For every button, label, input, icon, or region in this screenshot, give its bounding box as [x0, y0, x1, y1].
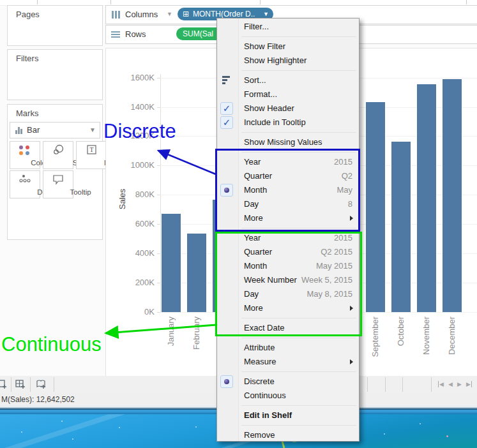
menu-item-continuous[interactable]: Continuous	[217, 389, 359, 403]
mark-type-dropdown[interactable]: Bar ▼	[10, 122, 100, 138]
menu-item-label: Show Filter	[244, 41, 285, 51]
size-button[interactable]: Size	[43, 141, 73, 169]
menu-separator	[217, 68, 359, 73]
expand-plus-icon[interactable]: ⊞	[183, 8, 189, 20]
menu-separator	[217, 422, 359, 428]
menu-item-label: Measure	[244, 357, 276, 366]
menu-item-label: Edit in Shelf	[244, 410, 292, 420]
bar-november[interactable]	[417, 84, 436, 312]
menu-item-discrete[interactable]: Discrete	[217, 375, 359, 389]
menu-item-show-filter[interactable]: Show Filter	[217, 40, 359, 54]
x-label-february: February	[192, 317, 202, 377]
y-axis-line	[160, 74, 161, 313]
y-tick-label: 200K	[123, 278, 155, 287]
menu-item-show-highlighter[interactable]: Show Highlighter	[217, 54, 359, 68]
x-label-september: September	[370, 317, 381, 377]
previous-sheet-icon[interactable]: ◀	[448, 381, 453, 387]
menu-item-label: Show Header	[244, 103, 294, 113]
columns-label: Columns	[125, 10, 158, 19]
new-worksheet-icon[interactable]	[0, 378, 9, 392]
checkmark-icon[interactable]: ✓	[220, 102, 233, 115]
status-sum-sales: M(Sales): 12,642,502	[1, 395, 75, 404]
size-icon	[51, 144, 65, 156]
discrete-section-highlight-box	[215, 149, 360, 232]
x-label-december: December	[447, 317, 457, 377]
menu-item-include-in-tooltip[interactable]: Include in Tooltip✓	[217, 116, 359, 130]
filters-label: Filters	[16, 54, 38, 63]
menu-item-label: Include in Tooltip	[244, 117, 306, 127]
menu-item-filter[interactable]: Filter...	[217, 20, 359, 34]
marks-label: Marks	[16, 108, 38, 118]
bar-december[interactable]	[443, 79, 462, 312]
y-tick-mark	[157, 283, 160, 283]
color-icon	[19, 146, 23, 149]
marks-card: Marks Bar ▼ Color Size T	[7, 104, 103, 240]
y-tick-label: 800K	[123, 190, 155, 199]
menu-item-show-header[interactable]: Show Header✓	[217, 101, 359, 116]
filters-shelf[interactable]: Filters	[7, 49, 103, 100]
submenu-arrow-icon	[350, 359, 353, 364]
menu-item-label: Discrete	[244, 377, 275, 386]
menu-item-label: Format...	[244, 89, 277, 99]
menu-item-label: Filter...	[244, 22, 269, 31]
menu-item-show-missing-values[interactable]: Show Missing Values	[217, 135, 359, 149]
pill-label: SUM(Sal	[183, 27, 213, 40]
y-tick-label: 1400K	[123, 102, 155, 112]
menu-item-label: Show Missing Values	[244, 137, 322, 147]
menu-separator	[217, 403, 359, 408]
menu-item-label: Continuous	[244, 391, 286, 400]
menu-item-label: Sort...	[244, 75, 266, 85]
tooltip-icon	[50, 173, 66, 186]
menu-item-label: Attribute	[244, 343, 275, 352]
y-tick-mark	[157, 253, 160, 254]
bar-chart-icon	[15, 130, 17, 134]
discrete-annotation-text: Discrete	[103, 120, 176, 143]
continuous-annotation-text: Continuous	[1, 333, 102, 356]
menu-item-attribute[interactable]: Attribute	[217, 341, 359, 355]
svg-text:T: T	[89, 146, 93, 153]
y-tick-label: 1600K	[123, 73, 155, 82]
color-button[interactable]: Color	[10, 141, 40, 169]
text-label-icon: T	[84, 144, 98, 156]
y-tick-mark	[157, 107, 160, 108]
last-sheet-icon[interactable]: ▶	[466, 381, 472, 387]
menu-item-measure[interactable]: Measure	[217, 355, 359, 369]
menu-separator	[217, 369, 359, 375]
radio-selected-icon[interactable]	[220, 375, 233, 388]
bar-september[interactable]	[366, 102, 385, 312]
bar-february[interactable]	[187, 234, 206, 312]
bar-october[interactable]	[391, 142, 411, 312]
chevron-down-icon[interactable]: ▼	[167, 11, 172, 17]
detail-icon	[18, 173, 32, 186]
tooltip-button[interactable]: Tooltip	[43, 170, 73, 198]
x-label-november: November	[421, 317, 432, 377]
y-tick-mark	[157, 165, 160, 166]
pages-shelf[interactable]: Pages	[7, 5, 103, 46]
mark-type-value: Bar	[27, 125, 40, 135]
detail-button[interactable]: Detail	[10, 170, 40, 198]
y-tick-label: 1000K	[123, 160, 155, 170]
y-tick-mark	[157, 78, 160, 78]
bar-january[interactable]	[162, 214, 181, 312]
menu-item-format[interactable]: Format...	[217, 87, 359, 101]
new-dashboard-icon[interactable]	[14, 378, 28, 392]
checkmark-icon[interactable]: ✓	[220, 116, 233, 129]
y-tick-mark	[157, 224, 160, 225]
next-sheet-icon[interactable]: ▶	[457, 381, 462, 387]
first-sheet-icon[interactable]: ◀	[438, 381, 444, 387]
menu-item-remove[interactable]: Remove	[217, 428, 359, 442]
x-label-january: January	[166, 317, 176, 377]
menu-item-sort[interactable]: Sort...	[217, 73, 359, 87]
menu-separator	[217, 130, 359, 135]
rows-label: Rows	[125, 29, 146, 39]
menu-item-label: Remove	[244, 430, 275, 440]
chevron-down-icon[interactable]: ▼	[89, 126, 96, 133]
menu-item-edit-in-shelf[interactable]: Edit in Shelf	[217, 408, 359, 422]
new-story-icon[interactable]	[34, 378, 49, 392]
y-tick-label: 0K	[123, 307, 155, 317]
tableau-window: Pages Filters Marks Bar ▼ Color Size	[0, 0, 477, 448]
continuous-section-highlight-box	[215, 232, 362, 336]
label-button[interactable]: T Label	[76, 141, 107, 169]
y-tick-mark	[157, 312, 160, 313]
x-label-october: October	[396, 317, 406, 377]
